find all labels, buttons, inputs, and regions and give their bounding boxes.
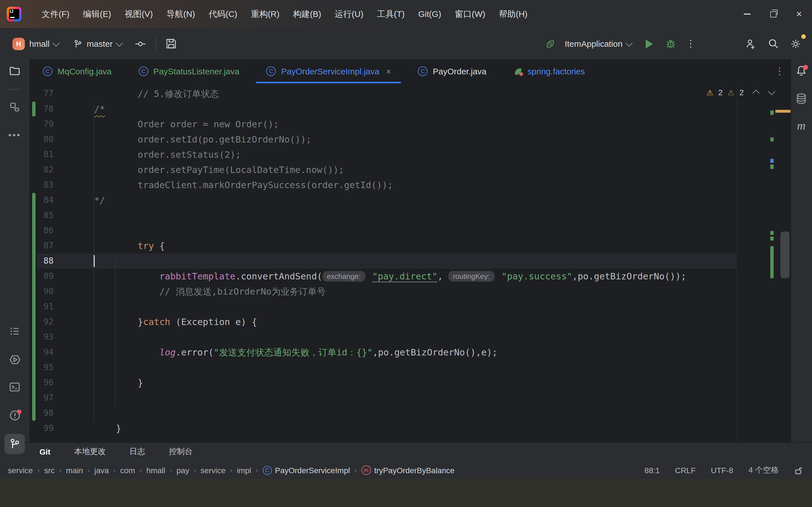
code-line-90: // 消息发送,bizOrderNo为业务订单号: [94, 284, 686, 299]
project-widget[interactable]: H hmall: [0, 38, 59, 50]
more-tool-windows-button[interactable]: •••: [6, 126, 24, 144]
tab-payorder[interactable]: C PayOrder.java: [405, 59, 500, 83]
git-tool-button[interactable]: [4, 434, 25, 454]
menu-git[interactable]: Git(G): [412, 6, 447, 22]
line-number[interactable]: 82: [29, 162, 54, 177]
notifications-button[interactable]: [792, 62, 810, 80]
menu-tools[interactable]: 工具(T): [371, 6, 410, 22]
added-lines-marker: [32, 101, 36, 117]
line-separator[interactable]: CRLF: [675, 466, 696, 474]
breadcrumb-item[interactable]: service: [8, 466, 33, 474]
line-number[interactable]: 99: [29, 421, 54, 436]
breadcrumb-item[interactable]: PayOrderServiceImpl: [275, 466, 350, 474]
intellij-logo-icon[interactable]: IJ: [7, 7, 21, 21]
inspections-widget[interactable]: ⚠ 2 ⚠ 2: [707, 88, 774, 97]
title-bar: IJ 文件(F) 编辑(E) 视图(V) 导航(N) 代码(C) 重构(R) 构…: [0, 0, 812, 28]
breadcrumb-item[interactable]: pay: [176, 466, 189, 474]
line-number[interactable]: 80: [29, 132, 54, 147]
breadcrumb-item[interactable]: impl: [237, 466, 251, 474]
close-tab-icon[interactable]: ×: [386, 66, 391, 76]
menu-build[interactable]: 构建(B): [287, 6, 327, 22]
error-stripe[interactable]: [770, 83, 791, 442]
code-line-84: */: [94, 193, 686, 208]
code-with-me-button[interactable]: [742, 35, 759, 52]
breadcrumb-item[interactable]: main: [66, 466, 83, 474]
stripe-mark[interactable]: [770, 231, 774, 235]
toolbar-right: ItemApplication ⋮: [546, 35, 804, 52]
terminal-tool-button[interactable]: [6, 378, 24, 396]
restore-button[interactable]: [760, 0, 786, 28]
unlocked-icon[interactable]: [794, 466, 803, 474]
scrollbar-thumb[interactable]: [780, 231, 790, 278]
menu-run[interactable]: 运行(U): [329, 6, 369, 22]
project-tool-button[interactable]: [6, 62, 24, 80]
breadcrumb-item[interactable]: service: [200, 466, 225, 474]
previous-problem-icon[interactable]: [752, 90, 759, 97]
panel-tab-local-changes[interactable]: 本地更改: [74, 447, 106, 457]
menu-code[interactable]: 代码(C): [203, 6, 243, 22]
settings-button[interactable]: [787, 35, 804, 52]
tab-paystatuslistener[interactable]: C PayStatusListener.java: [125, 59, 253, 83]
database-tool-button[interactable]: [792, 90, 810, 108]
gear-icon: [790, 38, 801, 49]
maven-tool-button[interactable]: m: [792, 117, 810, 135]
run-button[interactable]: [641, 35, 658, 52]
menu-edit[interactable]: 编辑(E): [77, 6, 117, 22]
breadcrumb-item[interactable]: java: [94, 466, 109, 474]
line-number[interactable]: 83: [29, 177, 54, 193]
search-everywhere-button[interactable]: [765, 35, 781, 52]
status-widgets: 88:1 CRLF UTF-8 4 个空格: [645, 465, 803, 475]
minimize-button[interactable]: [734, 0, 760, 28]
stripe-mark[interactable]: [770, 237, 774, 240]
debug-button[interactable]: [662, 35, 679, 52]
line-number[interactable]: 81: [29, 147, 54, 162]
panel-tab-console[interactable]: 控制台: [169, 447, 193, 457]
code-line-83: tradeClient.markOrderPaySuccess(order.ge…: [94, 177, 686, 193]
menu-refactor[interactable]: 重构(R): [245, 6, 285, 22]
menu-window[interactable]: 窗口(W): [449, 6, 491, 22]
folder-icon: [9, 65, 20, 76]
chevron-down-icon: [116, 39, 123, 46]
file-encoding[interactable]: UTF-8: [711, 466, 733, 474]
menu-navigate[interactable]: 导航(N): [161, 6, 201, 22]
breadcrumb-item[interactable]: tryPayOrderByBalance: [374, 466, 455, 474]
code-editor[interactable]: 7778798081828384858687888990919293949596…: [29, 83, 791, 442]
breadcrumb-item[interactable]: hmall: [146, 466, 165, 474]
panel-tab-git[interactable]: Git: [40, 447, 50, 456]
line-number[interactable]: 79: [29, 117, 54, 132]
services-tool-button[interactable]: [6, 350, 24, 369]
tab-spring-factories[interactable]: ✱ spring.factories: [500, 59, 598, 83]
caret-position[interactable]: 88:1: [645, 466, 660, 474]
panel-tab-log[interactable]: 日志: [130, 447, 145, 457]
stripe-mark[interactable]: [770, 165, 774, 169]
menu-view[interactable]: 视图(V): [119, 6, 158, 22]
more-actions-button[interactable]: ⋮: [682, 35, 699, 52]
stripe-mark[interactable]: [770, 110, 774, 115]
code-line-99: }: [94, 421, 686, 436]
stripe-mark[interactable]: [770, 246, 774, 278]
spring-factories-icon: ✱: [513, 67, 522, 76]
save-button[interactable]: [163, 35, 180, 52]
commit-button[interactable]: [132, 35, 149, 52]
menu-help[interactable]: 帮助(H): [493, 6, 533, 22]
tab-list-button[interactable]: ⋮: [768, 65, 791, 77]
stripe-mark[interactable]: [770, 137, 774, 142]
code-line-96: }: [94, 375, 686, 390]
todo-tool-button[interactable]: [6, 322, 24, 340]
menu-file[interactable]: 文件(F): [36, 6, 75, 22]
stripe-mark[interactable]: [775, 110, 791, 113]
run-configuration-selector[interactable]: ItemApplication: [546, 39, 631, 48]
structure-tool-button[interactable]: [6, 98, 24, 116]
tab-label: PayStatusListener.java: [153, 66, 239, 76]
strip-divider: [8, 89, 21, 90]
branch-widget[interactable]: master: [73, 39, 122, 48]
tab-payorderserviceimpl[interactable]: C PayOrderServiceImpl.java ×: [253, 59, 405, 83]
indent-style[interactable]: 4 个空格: [749, 465, 779, 475]
stripe-mark[interactable]: [770, 159, 774, 163]
breadcrumb-item[interactable]: src: [44, 466, 55, 474]
tab-mqconfig[interactable]: C MqConfig.java: [29, 59, 125, 83]
line-number[interactable]: 77: [29, 86, 54, 101]
problems-tool-button[interactable]: [6, 406, 24, 424]
breadcrumb-item[interactable]: com: [120, 466, 135, 474]
close-button[interactable]: ×: [786, 0, 812, 28]
